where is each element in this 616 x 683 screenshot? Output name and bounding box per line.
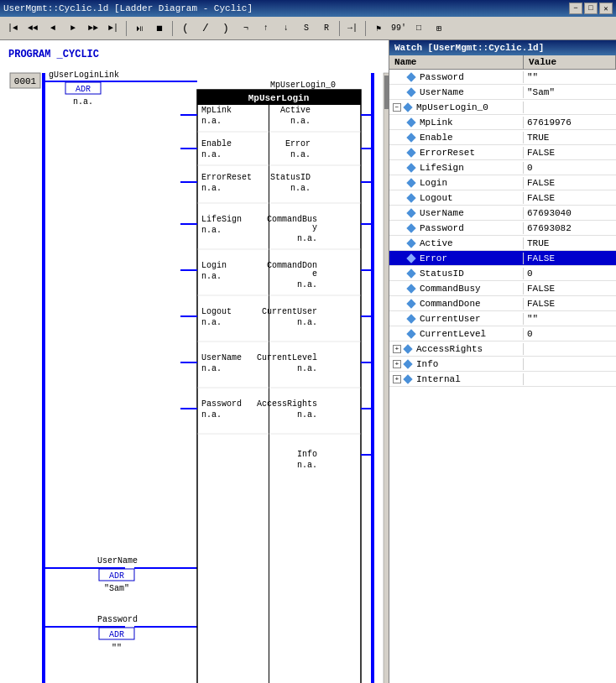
toolbar-btn-flag[interactable]: ⚑ bbox=[369, 19, 388, 38]
watch-row-currentlevel[interactable]: CurrentLevel 0 bbox=[389, 326, 616, 342]
toolbar-btn-5[interactable]: ►► bbox=[84, 19, 102, 38]
diamond-icon bbox=[403, 102, 412, 112]
diamond-icon bbox=[406, 299, 415, 308]
toolbar-sep-4 bbox=[365, 21, 366, 36]
diamond-icon bbox=[406, 72, 415, 81]
watch-row-lifesign[interactable]: LifeSign 0 bbox=[389, 160, 616, 175]
watch-row-enable[interactable]: Enable TRUE bbox=[389, 130, 616, 145]
watch-row-info[interactable]: + Info bbox=[389, 357, 616, 372]
watch-table[interactable]: Password "" UserName "Sam" − MpUserLogin… bbox=[389, 70, 616, 683]
watch-cell-value-commanddone: FALSE bbox=[524, 298, 616, 310]
svg-text:n.a.: n.a. bbox=[201, 318, 222, 327]
toolbar-btn-3[interactable]: ◄ bbox=[44, 19, 62, 38]
main-area: PROGRAM _CYCLIC 0001 gUserLoginLink ADR … bbox=[0, 40, 616, 683]
svg-text:y: y bbox=[312, 223, 317, 232]
watch-row-username-inner[interactable]: UserName 67693040 bbox=[389, 206, 616, 221]
toolbar-btn-lpar[interactable]: ( bbox=[176, 19, 195, 38]
toolbar-btn-slash[interactable]: / bbox=[196, 19, 215, 38]
close-button[interactable]: ✕ bbox=[599, 3, 613, 14]
watch-row-mplink[interactable]: MpLink 67619976 bbox=[389, 115, 616, 130]
svg-text:Info: Info bbox=[297, 450, 317, 459]
toolbar: |◄ ◄◄ ◄ ► ►► ►| ⏯ ⏹ ( / ) ¬ ↑ ↓ S R →| ⚑… bbox=[0, 17, 616, 40]
minimize-button[interactable]: − bbox=[569, 3, 582, 14]
watch-cell-name-statusid: StatusID bbox=[389, 268, 524, 279]
title-buttons[interactable]: − □ ✕ bbox=[569, 3, 613, 14]
toolbar-btn-2[interactable]: ◄◄ bbox=[23, 19, 42, 38]
svg-text:CommandDon: CommandDon bbox=[267, 261, 317, 270]
title-bar: UserMgmt::Cyclic.ld [Ladder Diagram - Cy… bbox=[0, 0, 616, 17]
ladder-panel[interactable]: PROGRAM _CYCLIC 0001 gUserLoginLink ADR … bbox=[0, 40, 389, 683]
watch-cell-value-login: FALSE bbox=[524, 177, 616, 189]
diamond-icon bbox=[406, 133, 415, 142]
toolbar-btn-extra1[interactable]: □ bbox=[410, 19, 428, 38]
toolbar-btn-1[interactable]: |◄ bbox=[3, 19, 22, 38]
watch-row-errorreset[interactable]: ErrorReset FALSE bbox=[389, 145, 616, 160]
svg-text:n.a.: n.a. bbox=[290, 150, 311, 159]
svg-rect-31 bbox=[180, 315, 197, 317]
ladder-svg: 0001 gUserLoginLink ADR n.a. bbox=[8, 69, 386, 683]
watch-col-name-header: Name bbox=[389, 55, 524, 69]
svg-rect-28 bbox=[180, 181, 197, 183]
watch-cell-name-enable: Enable bbox=[389, 132, 524, 143]
svg-text:UserName: UserName bbox=[201, 353, 242, 362]
watch-row-error[interactable]: Error FALSE bbox=[389, 251, 616, 266]
expand-button[interactable]: + bbox=[393, 360, 401, 368]
toolbar-btn-7[interactable]: ⏯ bbox=[130, 19, 149, 38]
expand-button[interactable]: + bbox=[393, 375, 401, 383]
toolbar-btn-neg2[interactable]: ↓ bbox=[277, 19, 295, 38]
toolbar-btn-rpar[interactable]: ) bbox=[217, 19, 235, 38]
watch-cell-value-password-top: "" bbox=[524, 71, 616, 83]
watch-row-commandbusy[interactable]: CommandBusy FALSE bbox=[389, 281, 616, 296]
toolbar-btn-reset[interactable]: R bbox=[317, 19, 336, 38]
svg-text:n.a.: n.a. bbox=[201, 117, 222, 126]
watch-row-mpuserlogin[interactable]: − MpUserLogin_0 bbox=[389, 100, 616, 115]
toolbar-btn-6[interactable]: ►| bbox=[104, 19, 123, 38]
svg-text:ADR: ADR bbox=[109, 571, 124, 581]
watch-row-login[interactable]: Login FALSE bbox=[389, 175, 616, 190]
toolbar-btn-neg[interactable]: ¬ bbox=[237, 19, 255, 38]
diamond-icon bbox=[406, 193, 415, 202]
watch-row-active[interactable]: Active TRUE bbox=[389, 236, 616, 251]
toolbar-btn-4[interactable]: ► bbox=[64, 19, 82, 38]
watch-row-accessrights[interactable]: + AccessRights bbox=[389, 342, 616, 357]
watch-row-statusid[interactable]: StatusID 0 bbox=[389, 266, 616, 281]
diamond-icon bbox=[406, 253, 415, 263]
watch-row-internal[interactable]: + Internal bbox=[389, 372, 616, 387]
watch-row-password-inner[interactable]: Password 67693082 bbox=[389, 221, 616, 236]
svg-text:gUserLoginLink: gUserLoginLink bbox=[49, 70, 119, 80]
diamond-icon bbox=[406, 178, 415, 187]
toolbar-btn-set[interactable]: S bbox=[297, 19, 316, 38]
watch-cell-value-errorreset: FALSE bbox=[524, 147, 616, 159]
expand-button[interactable]: + bbox=[393, 345, 401, 353]
watch-row-currentuser[interactable]: CurrentUser "" bbox=[389, 311, 616, 326]
toolbar-btn-8[interactable]: ⏹ bbox=[150, 19, 169, 38]
watch-cell-name-currentuser: CurrentUser bbox=[389, 313, 524, 325]
watch-panel: Watch [UserMgmt::Cyclic.ld] Name Value P… bbox=[389, 40, 616, 683]
diamond-icon bbox=[406, 269, 415, 278]
watch-cell-name-mpuserlogin: − MpUserLogin_0 bbox=[389, 102, 524, 113]
watch-cell-value-lifesign: 0 bbox=[524, 162, 616, 174]
watch-cell-name-info: + Info bbox=[389, 358, 524, 370]
toolbar-btn-extra2[interactable]: ⊞ bbox=[430, 19, 448, 38]
collapse-button[interactable]: − bbox=[393, 103, 401, 112]
toolbar-btn-step[interactable]: →| bbox=[343, 19, 362, 38]
watch-row-logout[interactable]: Logout FALSE bbox=[389, 190, 616, 206]
program-label: PROGRAM _CYCLIC bbox=[8, 49, 380, 60]
svg-text:0001: 0001 bbox=[14, 76, 37, 86]
svg-text:MpLink: MpLink bbox=[201, 106, 232, 115]
maximize-button[interactable]: □ bbox=[584, 3, 598, 14]
watch-cell-value-username-top: "Sam" bbox=[524, 86, 616, 98]
svg-text:AccessRights: AccessRights bbox=[257, 399, 317, 409]
toolbar-btn-pos[interactable]: ↑ bbox=[257, 19, 275, 38]
svg-text:Enable: Enable bbox=[201, 139, 232, 149]
svg-rect-50 bbox=[269, 105, 269, 683]
ladder-content: PROGRAM _CYCLIC 0001 gUserLoginLink ADR … bbox=[0, 40, 389, 683]
svg-rect-88 bbox=[371, 73, 374, 683]
watch-row-commanddone[interactable]: CommandDone FALSE bbox=[389, 296, 616, 311]
watch-cell-value-currentlevel: 0 bbox=[524, 328, 616, 340]
svg-rect-21 bbox=[134, 626, 197, 628]
watch-col-value-header: Value bbox=[524, 55, 616, 69]
watch-row-username-top[interactable]: UserName "Sam" bbox=[389, 85, 616, 100]
watch-row-password-top[interactable]: Password "" bbox=[389, 70, 616, 85]
watch-cell-value-active: TRUE bbox=[524, 237, 616, 249]
